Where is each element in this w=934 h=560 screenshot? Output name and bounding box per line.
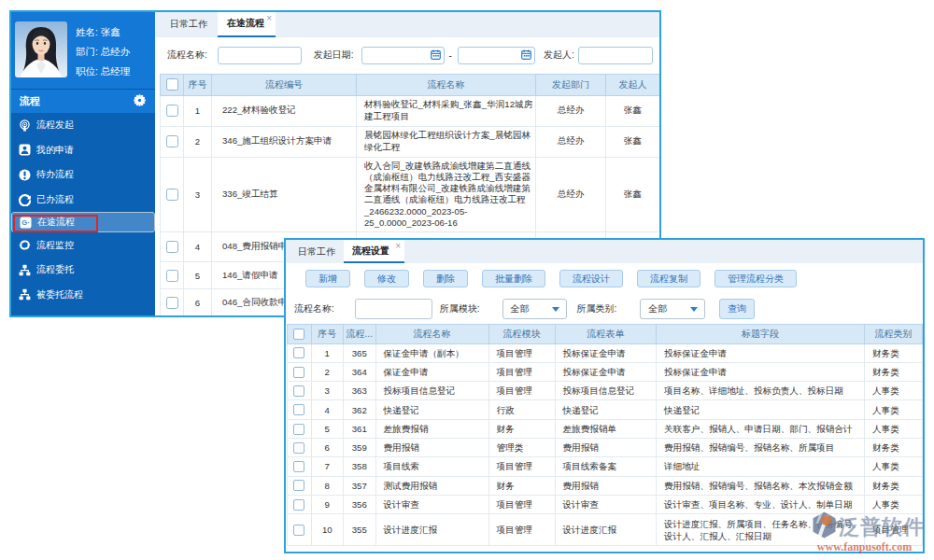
header-user: 发起人 [606,74,660,95]
table-header-row: 序号 流程... 流程名称 流程模块 流程表单 标题字段 流程类别 [288,325,923,344]
row-checkbox[interactable] [166,189,178,201]
row-checkbox[interactable] [293,424,304,435]
module-select[interactable]: 全部 [502,299,567,319]
header-name: 流程名称 [357,74,536,95]
toolbar-button[interactable]: 流程设计 [559,270,623,287]
search-button[interactable]: 查询 [719,299,755,319]
row-checkbox[interactable] [293,347,304,358]
row-checkbox[interactable] [293,367,304,378]
sidebar-menu-item[interactable]: 流程监控 [11,232,155,258]
table-row[interactable]: 3 336_竣工结算 收入合同_改建铁路成渝线增建第二直通线（成渝枢纽）电力线路… [161,157,660,232]
desktop: 姓名: 张鑫 部门: 总经办 职位: 总经理 流程 [0,0,934,560]
header-checkbox-cell [288,325,312,344]
header-code: 流程编号 [212,74,357,95]
row-checkbox[interactable] [293,385,304,397]
todo-flow-icon [19,169,31,181]
window2-toolbar: 新增 修改 删除 批量删除 流程设计 流程复制 管理流程分类 [286,263,923,293]
table-row[interactable]: 6 359 费用报销 管理类 费用报销 费用报销、报销编号、报销名称、所属项目 … [288,438,923,456]
tab-flow-settings[interactable]: 流程设置 × [344,240,404,263]
category-select[interactable]: 全部 [640,299,705,319]
module-label: 所属模块: [440,302,480,315]
flow-delegate-icon [19,264,31,276]
flow-name-input[interactable] [218,47,302,64]
row-checkbox[interactable] [293,404,304,415]
window1-tabbar: 日常工作 在途流程 × [155,12,659,37]
row-checkbox[interactable] [293,499,304,511]
user-profile: 姓名: 张鑫 部门: 总经办 职位: 总经理 [11,12,155,89]
select-all-checkbox[interactable] [166,78,178,91]
my-application-icon [19,144,31,156]
toolbar-button[interactable]: 批量删除 [482,270,545,287]
toolbar-button[interactable]: 流程复制 [637,270,700,287]
table-row[interactable]: 2 346_施工组织设计方案申请 晨铭园林绿化工程组织设计方案_晨铭园林绿化工程… [161,126,660,157]
broadcast-icon [19,119,31,132]
tab-daily-work[interactable]: 日常工作 [160,12,218,37]
sidebar-menu-item[interactable]: 待办流程 [11,162,155,188]
initiator-label: 发起人: [544,49,574,62]
flow-name-label-2: 流程名称: [294,302,334,315]
table-row[interactable]: 1 222_材料验收登记 材料验收登记_材料采购_张鑫_华润12城房建工程项目 … [161,95,660,126]
row-checkbox[interactable] [166,241,178,253]
table-row[interactable]: 10 355 设计进度汇报 项目管理 设计进度汇报 设计进度汇报、所属项目、任务… [288,514,923,546]
toolbar-button[interactable]: 管理流程分类 [715,270,797,287]
flow-settings-table: 序号 流程... 流程名称 流程模块 流程表单 标题字段 流程类别 1 [287,324,923,546]
tab-close-icon[interactable]: × [266,14,272,23]
table-row[interactable]: 9 356 设计审查 项目管理 设计审查 设计审查、项目名称、专业、设计人、制单… [288,495,923,513]
svg-text:G·: G· [21,218,29,227]
sidebar-menu-item[interactable]: 已办流程 [11,188,155,213]
table-row[interactable]: 7 358 项目线索 项目管理 项目线索备案 详细地址 人事类 [288,457,923,476]
flow-name-label: 流程名称: [167,49,207,62]
table-row[interactable]: 8 357 测试费用报销 财务 费用报销 费用报销、报销编号、报销名称、本次报销… [288,476,923,495]
row-checkbox[interactable] [166,105,178,117]
row-checkbox[interactable] [293,480,304,491]
row-checkbox[interactable] [166,297,178,309]
gear-icon[interactable] [134,93,146,110]
sidebar-menu-item[interactable]: G· 在途流程 [11,212,155,232]
window-flow-settings: 日常工作 流程设置 × 新增 修改 删除 批量删除 流程设计 [284,238,925,553]
sidebar: 姓名: 张鑫 部门: 总经办 职位: 总经理 流程 [11,12,155,315]
header-dept: 发起部门 [536,74,606,95]
row-checkbox[interactable] [166,135,178,147]
header-form: 流程表单 [555,325,657,344]
toolbar-button[interactable]: 删除 [423,270,468,287]
date-from-field [361,47,445,64]
sidebar-menu-item[interactable]: 被委托流程 [11,283,155,308]
calendar-icon [521,49,531,60]
row-checkbox[interactable] [293,442,304,454]
toolbar-button[interactable]: 新增 [305,270,350,287]
tab-daily-work-2[interactable]: 日常工作 [290,240,344,263]
window2-tabbar: 日常工作 流程设置 × [286,240,923,263]
table-row[interactable]: 1 365 保证金申请（副本） 项目管理 投标保证金申请 投标保证金申请 财务类 [288,343,923,362]
date-range-separator: - [449,50,452,61]
profile-name: 姓名: 张鑫 [76,22,130,42]
header-seq: 序号 [184,74,212,95]
initiator-input[interactable] [578,47,653,64]
flow-name-input-2[interactable] [355,299,432,319]
header-name: 流程名称 [375,325,488,344]
table-row[interactable]: 5 361 差旅费报销 财务 差旅费报销单 关联客户、报销人、申请日期、部门、报… [288,419,923,438]
table-row[interactable]: 4 362 快递登记 行政 快递登记 快递登记 人事类 [288,400,923,419]
sidebar-menu-item[interactable]: 流程委托 [11,258,155,283]
tab-close-icon[interactable]: × [395,242,401,251]
delegated-flow-icon [19,288,31,301]
calendar-icon [431,49,441,60]
row-checkbox[interactable] [166,270,178,282]
row-checkbox[interactable] [293,461,304,472]
sidebar-section-header: 流程 [11,89,155,113]
profile-position: 职位: 总经理 [76,62,130,81]
sidebar-menu-item[interactable]: 我的申请 [11,138,155,163]
header-code: 流程... [344,325,376,344]
table-row[interactable]: 3 363 投标项目信息登记 项目管理 投标项目信息登记 项目名称、详细地址、投… [288,382,923,400]
window2-filter-row: 流程名称: 所属模块: 全部 所属类别: 全部 查询 [286,293,923,324]
sidebar-menu: 流程发起 我的申请 待办流程 [11,113,155,307]
sidebar-menu-item[interactable]: 流程发起 [11,113,155,138]
row-checkbox[interactable] [293,525,304,536]
tab-in-transit-flow[interactable]: 在途流程 × [218,12,276,37]
header-seq: 序号 [311,325,344,344]
profile-department: 部门: 总经办 [76,42,130,62]
select-all-checkbox[interactable] [293,329,304,340]
header-category: 流程类别 [865,325,923,344]
toolbar-button[interactable]: 修改 [364,270,409,287]
category-label: 所属类别: [577,302,617,315]
table-row[interactable]: 2 364 保证金申请 项目管理 投标保证金申请 投标保证金申请 财务类 [288,362,923,381]
